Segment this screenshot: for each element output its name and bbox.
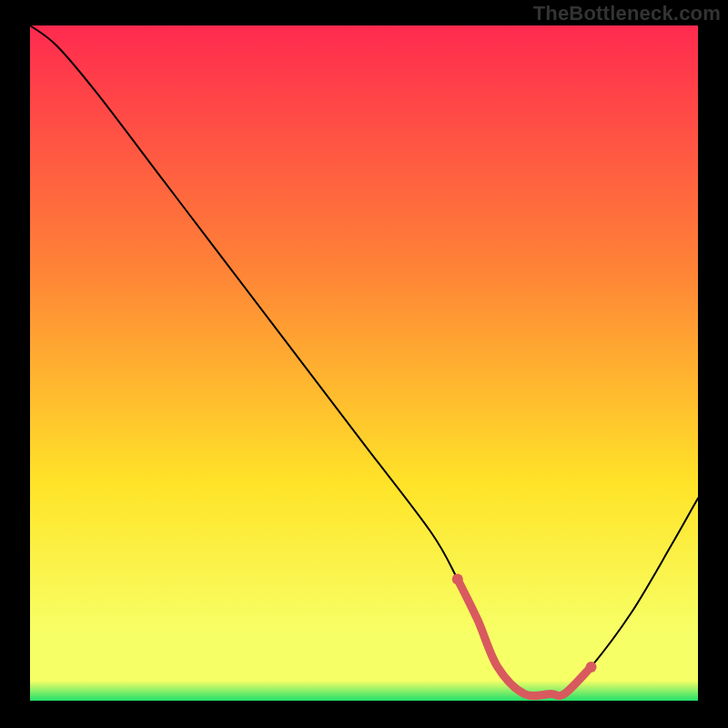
chart-frame: TheBottleneck.com	[0, 0, 728, 728]
highlight-end-dot-left	[452, 573, 463, 584]
bottleneck-chart	[0, 0, 728, 728]
highlight-end-dot-right	[586, 662, 597, 672]
plot-background	[30, 25, 698, 701]
watermark-text: TheBottleneck.com	[533, 2, 721, 25]
